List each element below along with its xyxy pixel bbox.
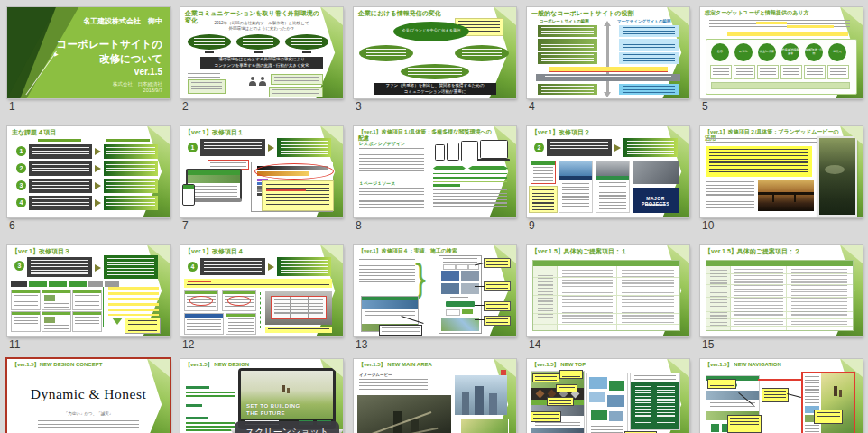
presentation-title: コーポレートサイトの 改修について — [27, 38, 162, 66]
site-photo — [362, 300, 418, 309]
text-lines — [764, 391, 786, 400]
arrow-down — [604, 92, 611, 97]
slide-title: 【ver.1】改修項目４：実績、施工の検索 — [358, 248, 493, 254]
callout-label — [379, 325, 422, 336]
arrow-right-icon — [95, 165, 101, 172]
text-lines — [713, 68, 729, 77]
proposal-table — [706, 260, 854, 331]
slide-thumbnail-10[interactable]: 【ver.1】改修項目２/具体策：ブランデッドムービーの活用 — [700, 126, 863, 217]
text-lines — [830, 68, 846, 77]
center-oval: 企業/ブランドを中心に伝える発信 — [393, 22, 469, 41]
slide-thumbnail-19[interactable]: 【ver.1.5】 NEW TOP — [527, 359, 689, 433]
callout-label — [531, 411, 561, 422]
text-lines — [622, 270, 674, 324]
direction-box — [277, 138, 331, 157]
slide-thumbnail-5[interactable]: 想定ターゲットユーザと情報提供のあり方 顧客 取引先 株主/投資家 求職者/就職… — [700, 7, 863, 98]
menu-overlay-box — [271, 296, 327, 319]
slide-thumbnail-15[interactable]: 【ver.1.5】具体的ご提案項目：２ — [700, 245, 863, 336]
tag-chip — [11, 281, 27, 287]
column-header-marketing: マーケティングサイトの範囲 — [617, 19, 671, 23]
slide-thumbnail-6[interactable]: 主な課題４項目 1 2 3 4 — [7, 126, 170, 217]
range-arrow — [468, 166, 508, 170]
site-thumb — [184, 313, 224, 335]
text-lines — [266, 184, 329, 208]
text-lines — [817, 412, 840, 421]
text-lines — [805, 425, 819, 433]
table-col-line — [786, 266, 787, 330]
text-lines — [366, 49, 406, 58]
subpage-mockup — [586, 373, 628, 433]
slide-thumbnail-16[interactable]: 【ver.1.5】NEW DESIGN CONCEPT Dynamic & Ho… — [7, 359, 170, 433]
photo-tile — [589, 377, 607, 389]
green-panel — [631, 382, 679, 429]
slide-thumbnail-1[interactable]: ▶ 名工建設株式会社 御中 コーポレートサイトの 改修について ver.1.5 … — [7, 7, 170, 98]
section-heading: レスポンシブデザイン — [359, 141, 405, 146]
text-lines — [204, 142, 262, 153]
text-lines — [210, 162, 246, 168]
family-hill-photo — [821, 373, 854, 433]
text-lines — [623, 41, 675, 49]
slide-thumbnail-13[interactable]: 【ver.1】改修項目４：実績、施工の検索 } — [354, 245, 516, 336]
slide-title: 【ver.1.5】 NEW DESIGN — [185, 362, 319, 368]
gray-band — [536, 74, 680, 81]
corporate-box — [538, 84, 597, 95]
slide-thumbnail-18[interactable]: 【ver.1.5】 NEW MAIN AREA イメージムービー — [354, 359, 516, 433]
section-heading: １ページ１ソース — [359, 180, 395, 186]
text-lines — [382, 327, 420, 334]
user-info-box — [827, 65, 849, 79]
slide-thumbnail-2[interactable]: 企業コミュニケーションを取り巻く外部環境の変化 2012年（前回の会社案内ツール… — [180, 7, 343, 98]
red-connector-line — [758, 379, 803, 381]
text-lines — [272, 89, 319, 95]
issue-box — [27, 257, 92, 277]
text-lines — [433, 173, 507, 180]
slide-number: 2 — [182, 100, 189, 113]
page-mockup — [439, 255, 482, 334]
arrow-right-icon — [268, 144, 274, 152]
laptop-outline-icon — [480, 140, 508, 159]
person-silhouette — [834, 386, 837, 396]
monitor-stand — [254, 51, 263, 53]
table-col-line — [616, 266, 617, 330]
text-lines — [538, 272, 553, 318]
text-lines — [730, 418, 759, 430]
text-lines — [31, 260, 88, 274]
proposal-table — [532, 260, 680, 331]
callout-label — [484, 258, 511, 268]
phablet-outline-icon — [447, 143, 459, 161]
slide-number: 12 — [182, 338, 194, 351]
slide-thumbnail-4[interactable]: 一般的なコーポレートサイトの役割 コーポレートサイトの範囲 マーケティングサイト… — [527, 7, 689, 98]
slide-thumbnail-9[interactable]: 【ver.1】改修項目２ 2 MAJOR PROJECTS — [527, 126, 689, 217]
slide-thumbnail-8[interactable]: 【ver.1】改修項目１/具体策：多種多様な閲覧環境への配慮 レスポンシブデザイ… — [354, 126, 516, 217]
slide-thumbnail-7[interactable]: 【ver.1】改修項目１ 1 — [180, 126, 343, 217]
slide-thumbnail-14[interactable]: 【ver.1.5】具体的ご提案項目：１ — [527, 245, 689, 336]
bridge-deck — [758, 192, 814, 195]
site-thumb — [42, 311, 71, 332]
arrow-right-icon — [268, 263, 274, 271]
photo-tile — [461, 283, 479, 294]
issue-number-badge: 4 — [16, 198, 26, 207]
slide-title: 想定ターゲットユーザと情報提供のあり方 — [705, 10, 839, 16]
text-lines — [44, 303, 69, 308]
slide-number: 7 — [182, 219, 189, 232]
bridge-pier — [772, 194, 774, 202]
text-lines — [562, 373, 580, 377]
text-lines — [541, 54, 594, 62]
site-thumb — [559, 161, 593, 213]
highlight-strip — [184, 279, 332, 288]
slide-thumbnail-20[interactable]: 【ver.1.5】 NEW NAVIGATION — [700, 359, 863, 433]
issue-number-badge: 1 — [188, 143, 198, 152]
slide-thumbnail-3[interactable]: 企業における情報発信の変化 企業/ブランドを中心に伝える発信 ファン（共感者）を… — [354, 7, 516, 98]
text-lines — [191, 82, 222, 91]
slide-thumbnail-12[interactable]: 【ver.1】改修項目４ 4 — [180, 245, 343, 336]
text-lines — [274, 299, 323, 316]
slide-title: 【ver.1.5】具体的ご提案項目：１ — [531, 248, 666, 255]
slide-number: 8 — [356, 219, 362, 232]
text-lines — [710, 382, 734, 387]
site-header — [183, 185, 194, 189]
callout-label — [532, 373, 559, 382]
slide-thumbnail-11[interactable]: 【ver.1】改修項目３ 3 — [7, 245, 170, 336]
oval-shape — [401, 64, 469, 79]
text-lines — [32, 181, 89, 191]
tablet-outline-icon — [461, 141, 478, 161]
text-lines — [533, 167, 553, 181]
